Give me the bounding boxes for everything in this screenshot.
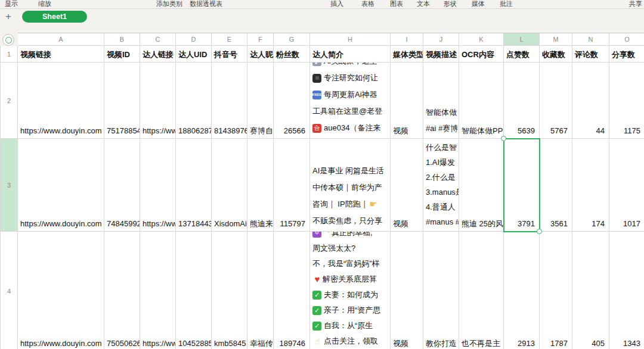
cell-C4[interactable]: https://www <box>140 232 176 349</box>
cell-K2[interactable]: 智能体做PP <box>459 63 504 139</box>
cell-O1[interactable]: 分享数 <box>609 46 644 63</box>
cell-N1[interactable]: 评论数 <box>572 46 609 63</box>
selection-handle-top-left[interactable] <box>501 136 506 141</box>
cell-H3[interactable]: AI是事业 闲篇是生活中传本硕｜前华为产咨询｜ IP陪跑｜☛不贩卖焦虑，只分享 <box>310 139 391 232</box>
cell-D4[interactable]: 10452885 <box>176 232 212 349</box>
cell-J4[interactable]: 教你打造 <box>423 232 459 349</box>
selection-handle-bottom-right[interactable] <box>537 229 542 234</box>
column-header-G[interactable]: G <box>274 33 310 46</box>
cell-L1[interactable]: 点赞数 <box>504 46 540 63</box>
cell-I3[interactable]: 视频 <box>391 139 423 232</box>
cell-L3[interactable]: 3791 <box>504 139 540 232</box>
column-header-M[interactable]: M <box>540 33 572 46</box>
toolbar-item-add-category[interactable]: 添加类别 <box>156 0 182 8</box>
toolbar-item-chart[interactable]: 图表 <box>390 0 403 8</box>
cell-K1[interactable]: OCR内容 <box>459 46 504 63</box>
cell-N2[interactable]: 44 <box>572 63 609 139</box>
row-header-3[interactable]: 3 <box>0 139 18 232</box>
cell-B1[interactable]: 视频ID <box>104 46 140 63</box>
cell-J3[interactable]: 什么是智1.AI爆发2.什么是3.manus是4.普通人#manus # <box>423 139 459 232</box>
cell-G3[interactable]: 115797 <box>274 139 310 232</box>
cell-F1[interactable]: 达人昵称 <box>247 46 274 63</box>
column-header-N[interactable]: N <box>572 33 609 46</box>
cell-F4[interactable]: 幸福传 <box>247 232 274 349</box>
cell-I1[interactable]: 媒体类型 <box>391 46 423 63</box>
cell-H2[interactable]: Ai实战派，这里专注研究如何让FREE每周更新Ai神器工具箱在这里@老登合aue… <box>310 63 391 139</box>
column-header-L[interactable]: L <box>504 33 540 46</box>
row-header-2[interactable]: 2 <box>0 63 18 139</box>
cell-I2[interactable]: 视频 <box>391 63 423 139</box>
column-header-I[interactable]: I <box>391 33 423 46</box>
cell-N4[interactable]: 405 <box>572 232 609 349</box>
column-header-J[interactable]: J <box>423 33 459 46</box>
cell-A2[interactable]: https://www.douyin.com <box>18 63 104 139</box>
row-header-4[interactable]: 4 <box>0 232 18 349</box>
column-header-H[interactable]: H <box>310 33 391 46</box>
row-header-1[interactable]: 1 <box>0 46 18 63</box>
cell-M4[interactable]: 1787 <box>540 232 572 349</box>
cell-A3[interactable]: https://www.douyin.com <box>18 139 104 232</box>
cell-M2[interactable]: 5767 <box>540 63 572 139</box>
cell-J2[interactable]: 智能体做#ai #赛博 <box>423 63 459 139</box>
toolbar-item-zoom[interactable]: 缩放 <box>38 0 51 8</box>
cell-D3[interactable]: 13718443 <box>176 139 212 232</box>
toolbar-item-shape[interactable]: 形状 <box>444 0 457 8</box>
cell-K4[interactable]: 也不再是主 <box>459 232 504 349</box>
cell-C1[interactable]: 达人链接 <box>140 46 176 63</box>
cell-E4[interactable]: kmb5845 <box>212 232 247 349</box>
toolbar: 显示 缩放 添加类别 数据透视表 插入 表格 图表 文本 形状 媒体 批注 共享 <box>0 0 644 9</box>
cell-K3[interactable]: 熊迪 25的风 <box>459 139 504 232</box>
cell-C2[interactable]: https://www <box>140 63 176 139</box>
cell-text: aue034（备注来 <box>324 120 380 136</box>
toolbar-item-pivot-table[interactable]: 数据透视表 <box>190 0 222 8</box>
toolbar-item-comment[interactable]: 批注 <box>500 0 513 8</box>
cell-D2[interactable]: 18806287 <box>176 63 212 139</box>
cell-O4[interactable]: 1343 <box>609 232 644 349</box>
toolbar-item-share[interactable]: 共享 <box>629 0 642 8</box>
cell-G2[interactable]: 26566 <box>274 63 310 139</box>
cell-L4[interactable]: 2913 <box>504 232 540 349</box>
cell-H1[interactable]: 达人简介 <box>310 46 391 63</box>
column-header-K[interactable]: K <box>459 33 504 46</box>
add-sheet-button[interactable]: + <box>5 11 11 22</box>
cell-B3[interactable]: 74845992 <box>104 139 140 232</box>
cell-F3[interactable]: 熊迪来 <box>247 139 274 232</box>
column-header-E[interactable]: E <box>212 33 247 46</box>
cell-E3[interactable]: XisdomAi <box>212 139 247 232</box>
toolbar-item-view[interactable]: 显示 <box>5 0 18 8</box>
column-header-F[interactable]: F <box>247 33 274 46</box>
toolbar-item-table[interactable]: 表格 <box>361 0 374 8</box>
cell-N3[interactable]: 174 <box>572 139 609 232</box>
cell-F2[interactable]: 赛博自 <box>247 63 274 139</box>
cell-B4[interactable]: 75050626 <box>104 232 140 349</box>
column-header-O[interactable]: O <box>609 33 644 46</box>
cell-O2[interactable]: 1175 <box>609 63 644 139</box>
cell-E2[interactable]: 81438976 <box>212 63 247 139</box>
cell-M1[interactable]: 收藏数 <box>540 46 572 63</box>
cell-C3[interactable]: https://www <box>140 139 176 232</box>
column-header-D[interactable]: D <box>176 33 212 46</box>
column-header-C[interactable]: C <box>140 33 176 46</box>
cell-M3[interactable]: 3561 <box>540 139 572 232</box>
cell-I4[interactable]: 视频 <box>391 232 423 349</box>
cell-J1[interactable]: 视频描述 <box>423 46 459 63</box>
cell-G1[interactable]: 粉丝数 <box>274 46 310 63</box>
toolbar-item-media[interactable]: 媒体 <box>472 0 485 8</box>
cell-A1[interactable]: 视频链接 <box>18 46 104 63</box>
cell-text: 达人UID <box>178 49 207 60</box>
sheet-tab[interactable]: Sheet1 <box>22 11 87 23</box>
cell-G4[interactable]: 189746 <box>274 232 310 349</box>
cell-D1[interactable]: 达人UID <box>176 46 212 63</box>
cell-B2[interactable]: 75178854 <box>104 63 140 139</box>
column-header-B[interactable]: B <box>104 33 140 46</box>
column-header-A[interactable]: A <box>18 33 104 46</box>
cell-text: 81438976 <box>214 125 247 136</box>
cell-H4[interactable]: ✡「真正的幸福,周文强太太?不，我是“富妈妈”样♥解密关系底层算✓夫妻：如何成为… <box>310 232 391 349</box>
toolbar-item-insert[interactable]: 插入 <box>330 0 343 8</box>
cell-A4[interactable]: https://www.douyin.com <box>18 232 104 349</box>
cell-O3[interactable]: 1017 <box>609 139 644 232</box>
cell-L2[interactable]: 5639 <box>504 63 540 139</box>
toolbar-item-text[interactable]: 文本 <box>417 0 430 8</box>
cell-E1[interactable]: 抖音号 <box>212 46 247 63</box>
table-select-handle[interactable] <box>2 34 14 46</box>
